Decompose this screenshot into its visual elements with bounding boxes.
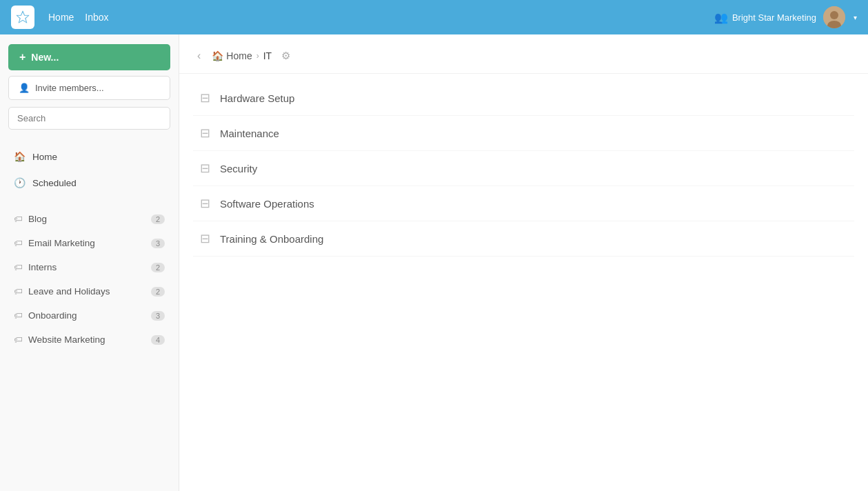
tag-icon-leave-holidays: 🏷: [14, 286, 23, 297]
folder-name-maintenance: Maintenance: [220, 128, 279, 139]
svg-point-3: [830, 11, 838, 19]
invite-members-button[interactable]: 👤 Invite members...: [8, 76, 170, 100]
sidebar: + New... 👤 Invite members... 🏠 Home 🕐 Sc…: [0, 34, 179, 491]
tag-label-interns: Interns: [28, 262, 145, 272]
folder-name-training-onboarding: Training & Onboarding: [220, 233, 323, 245]
sidebar-item-scheduled[interactable]: 🕐 Scheduled: [8, 172, 170, 193]
folder-icon-hardware-setup: ⊟: [200, 90, 210, 106]
folder-icon-maintenance: ⊟: [200, 126, 210, 141]
breadcrumb-home-label: Home: [226, 50, 252, 61]
invite-label: Invite members...: [35, 83, 104, 93]
tag-icon-blog: 🏷: [14, 214, 23, 224]
main-layout: + New... 👤 Invite members... 🏠 Home 🕐 Sc…: [0, 34, 868, 491]
sidebar-divider-1: [8, 135, 170, 141]
tag-count-website-marketing: 4: [151, 335, 165, 345]
nav-home-link[interactable]: Home: [48, 12, 74, 23]
breadcrumb-home-icon: 🏠: [212, 50, 223, 61]
sidebar-item-onboarding[interactable]: 🏷 Onboarding 3: [8, 306, 170, 325]
avatar-dropdown-arrow[interactable]: ▾: [854, 14, 857, 21]
folder-name-software-operations: Software Operations: [220, 198, 314, 210]
tag-label-blog: Blog: [28, 214, 145, 224]
folder-icon-software-operations: ⊟: [200, 196, 210, 211]
tag-icon-interns: 🏷: [14, 262, 23, 272]
folder-item-security[interactable]: ⊟ Security: [193, 151, 854, 186]
main-header: ‹ 🏠 Home › IT ⚙: [179, 34, 868, 74]
sidebar-divider-2: [8, 199, 170, 204]
tag-label-leave-holidays: Leave and Holidays: [28, 286, 145, 297]
tag-count-interns: 2: [151, 263, 165, 272]
breadcrumb-separator: ›: [256, 51, 259, 61]
tag-label-website-marketing: Website Marketing: [28, 334, 145, 345]
clock-icon: 🕐: [14, 177, 26, 188]
tag-count-blog: 2: [151, 214, 165, 224]
folder-name-security: Security: [220, 163, 257, 174]
folder-name-hardware-setup: Hardware Setup: [220, 92, 294, 104]
tag-label-onboarding: Onboarding: [28, 310, 145, 321]
sidebar-item-blog[interactable]: 🏷 Blog 2: [8, 210, 170, 228]
search-input[interactable]: [8, 107, 170, 130]
tag-icon-email-marketing: 🏷: [14, 238, 23, 248]
tag-icon-website-marketing: 🏷: [14, 334, 23, 345]
breadcrumb-home[interactable]: 🏠 Home: [212, 50, 252, 61]
main-content: ‹ 🏠 Home › IT ⚙ ⊟ Hardware Setup ⊟ Maint…: [179, 34, 868, 491]
tag-count-onboarding: 3: [151, 311, 165, 321]
folder-icon-security: ⊟: [200, 161, 210, 176]
sidebar-item-interns[interactable]: 🏷 Interns 2: [8, 258, 170, 277]
new-button-label: New...: [31, 52, 59, 63]
app-logo[interactable]: [11, 6, 34, 29]
top-navigation: Home Inbox 👥 Bright Star Marketing ▾: [0, 0, 868, 34]
tag-count-email-marketing: 3: [151, 239, 165, 248]
org-icon: 👥: [714, 11, 728, 24]
person-icon: 👤: [19, 83, 30, 93]
folder-item-hardware-setup[interactable]: ⊟ Hardware Setup: [193, 81, 854, 116]
home-icon: 🏠: [14, 151, 26, 162]
org-name: Bright Star Marketing: [732, 12, 816, 23]
nav-links: Home Inbox: [48, 12, 700, 23]
folder-icon-training-onboarding: ⊟: [200, 231, 210, 246]
tag-count-leave-holidays: 2: [151, 287, 165, 297]
sidebar-item-email-marketing[interactable]: 🏷 Email Marketing 3: [8, 234, 170, 252]
org-selector[interactable]: 👥 Bright Star Marketing: [714, 11, 816, 24]
new-button[interactable]: + New...: [8, 44, 170, 70]
folder-item-maintenance[interactable]: ⊟ Maintenance: [193, 116, 854, 151]
sidebar-item-home[interactable]: 🏠 Home: [8, 146, 170, 167]
folder-item-software-operations[interactable]: ⊟ Software Operations: [193, 186, 854, 221]
folder-list: ⊟ Hardware Setup ⊟ Maintenance ⊟ Securit…: [179, 74, 868, 263]
top-nav-right: 👥 Bright Star Marketing ▾: [714, 6, 857, 28]
avatar[interactable]: [823, 6, 845, 28]
sidebar-home-label: Home: [32, 152, 57, 162]
tag-label-email-marketing: Email Marketing: [28, 238, 145, 248]
sidebar-item-leave-holidays[interactable]: 🏷 Leave and Holidays 2: [8, 282, 170, 301]
nav-inbox-link[interactable]: Inbox: [85, 12, 108, 23]
plus-icon: +: [19, 51, 26, 63]
sidebar-item-website-marketing[interactable]: 🏷 Website Marketing 4: [8, 330, 170, 349]
sidebar-scheduled-label: Scheduled: [32, 178, 77, 188]
breadcrumb: 🏠 Home › IT: [212, 50, 272, 61]
collapse-sidebar-button[interactable]: ‹: [193, 47, 205, 65]
breadcrumb-current: IT: [263, 50, 272, 61]
settings-button[interactable]: ⚙: [279, 48, 293, 63]
tag-icon-onboarding: 🏷: [14, 310, 23, 321]
folder-item-training-onboarding[interactable]: ⊟ Training & Onboarding: [193, 221, 854, 257]
